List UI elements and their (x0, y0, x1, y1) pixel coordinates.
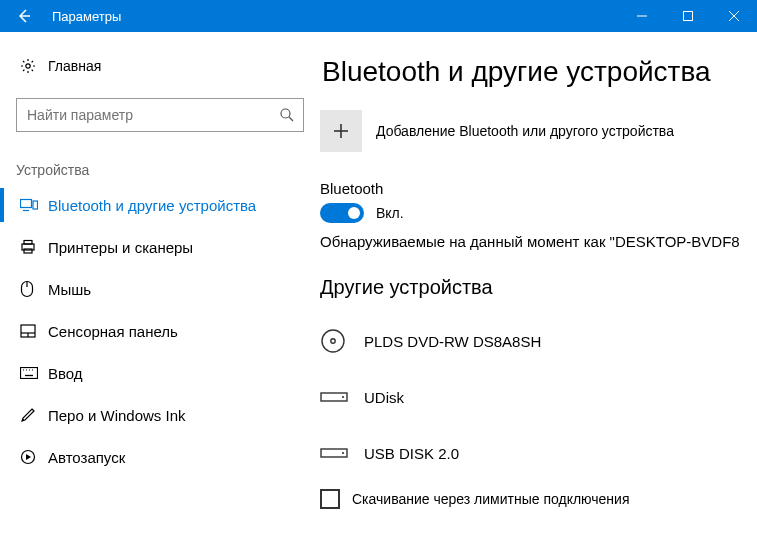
svg-rect-9 (33, 201, 38, 209)
svg-point-5 (26, 64, 30, 68)
plus-icon (332, 122, 350, 140)
touchpad-icon (20, 324, 48, 338)
add-device-button[interactable]: Добавление Bluetooth или другого устройс… (320, 110, 757, 152)
nav-label: Сенсорная панель (48, 323, 178, 340)
svg-point-30 (322, 330, 344, 352)
printer-icon (20, 239, 48, 255)
bluetooth-toggle[interactable] (320, 203, 364, 223)
nav-pen[interactable]: Перо и Windows Ink (0, 394, 320, 436)
drive-icon (320, 390, 364, 404)
window-controls (619, 0, 757, 32)
search-input[interactable] (27, 107, 279, 123)
metered-checkbox[interactable] (320, 489, 340, 509)
main-panel: Bluetooth и другие устройства Добавление… (320, 32, 757, 538)
devices-icon (20, 198, 48, 212)
svg-rect-8 (21, 200, 32, 208)
svg-line-7 (289, 117, 293, 121)
close-icon (729, 11, 739, 21)
autoplay-icon (20, 449, 48, 465)
device-name: PLDS DVD-RW DS8A8SH (364, 333, 541, 350)
discoverable-text: Обнаруживаемые на данный момент как "DES… (320, 233, 757, 250)
home-label: Главная (48, 58, 101, 74)
add-device-label: Добавление Bluetooth или другого устройс… (376, 123, 674, 139)
minimize-button[interactable] (619, 0, 665, 32)
nav-label: Bluetooth и другие устройства (48, 197, 256, 214)
nav-label: Мышь (48, 281, 91, 298)
sidebar: Главная Устройства Bluetooth и другие ус… (0, 32, 320, 538)
nav-label: Ввод (48, 365, 83, 382)
svg-point-31 (331, 339, 335, 343)
device-name: USB DISK 2.0 (364, 445, 459, 462)
nav-printers[interactable]: Принтеры и сканеры (0, 226, 320, 268)
arrow-left-icon (16, 8, 32, 24)
home-button[interactable]: Главная (0, 44, 320, 88)
search-icon (279, 107, 295, 123)
category-heading: Устройства (0, 142, 320, 184)
device-item[interactable]: PLDS DVD-RW DS8A8SH (320, 313, 757, 369)
device-item[interactable]: USB DISK 2.0 (320, 425, 757, 481)
mouse-icon (20, 280, 48, 298)
device-name: UDisk (364, 389, 404, 406)
page-title: Bluetooth и другие устройства (320, 56, 757, 88)
window-title: Параметры (48, 9, 619, 24)
close-button[interactable] (711, 0, 757, 32)
gear-icon (20, 58, 48, 74)
search-box[interactable] (16, 98, 304, 132)
pen-icon (20, 407, 48, 423)
other-devices-heading: Другие устройства (320, 276, 757, 299)
svg-rect-12 (24, 241, 32, 245)
svg-rect-2 (684, 12, 693, 21)
nav-mouse[interactable]: Мышь (0, 268, 320, 310)
svg-point-35 (342, 452, 344, 454)
svg-marker-27 (26, 454, 31, 460)
svg-point-6 (281, 109, 290, 118)
plus-box (320, 110, 362, 152)
nav-bluetooth[interactable]: Bluetooth и другие устройства (0, 184, 320, 226)
drive-icon (320, 446, 364, 460)
minimize-icon (637, 11, 647, 21)
device-item[interactable]: UDisk (320, 369, 757, 425)
maximize-icon (683, 11, 693, 21)
svg-point-33 (342, 396, 344, 398)
titlebar: Параметры (0, 0, 757, 32)
keyboard-icon (20, 367, 48, 379)
nav-label: Перо и Windows Ink (48, 407, 186, 424)
svg-rect-19 (21, 368, 38, 379)
nav-typing[interactable]: Ввод (0, 352, 320, 394)
nav-autoplay[interactable]: Автозапуск (0, 436, 320, 478)
metered-label: Скачивание через лимитные подключения (352, 491, 629, 507)
nav-touchpad[interactable]: Сенсорная панель (0, 310, 320, 352)
metered-row: Скачивание через лимитные подключения (320, 489, 757, 509)
nav-label: Автозапуск (48, 449, 125, 466)
nav-label: Принтеры и сканеры (48, 239, 193, 256)
maximize-button[interactable] (665, 0, 711, 32)
back-button[interactable] (0, 0, 48, 32)
disc-icon (320, 328, 364, 354)
svg-point-25 (22, 419, 24, 421)
bluetooth-state: Вкл. (376, 205, 404, 221)
bluetooth-label: Bluetooth (320, 180, 757, 197)
